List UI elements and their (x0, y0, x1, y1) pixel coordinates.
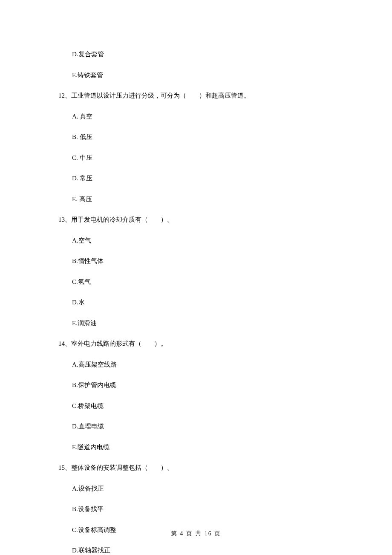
option-item: A.设备找正 (72, 484, 341, 494)
option-item: E.铸铁套管 (72, 70, 341, 80)
question-14: 14、室外电力线路的形式有（ ）。 (58, 339, 341, 349)
option-item: D.联轴器找正 (72, 546, 341, 555)
option-item: B.保护管内电缆 (72, 380, 341, 390)
question-15: 15、整体设备的安装调整包括（ ）。 (58, 463, 341, 473)
option-item: A.高压架空线路 (72, 360, 341, 370)
option-item: D.复合套管 (72, 49, 341, 59)
question-number: 13、 (58, 216, 71, 223)
option-item: C.氢气 (72, 277, 341, 287)
option-item: D. 常压 (72, 173, 341, 183)
option-item: D.直埋电缆 (72, 422, 341, 431)
option-item: C. 中压 (72, 153, 341, 163)
question-12: 12、工业管道以设计压力进行分级，可分为（ ）和超高压管道。 (58, 91, 341, 101)
option-item: B.设备找平 (72, 504, 341, 514)
question-number: 12、 (58, 92, 71, 99)
page-footer: 第 4 页 共 16 页 (0, 529, 392, 538)
option-item: A.空气 (72, 236, 341, 246)
question-number: 15、 (58, 464, 71, 471)
option-item: D.水 (72, 298, 341, 307)
question-text: 室外电力线路的形式有（ ）。 (71, 340, 167, 347)
option-item: C.桥架电缆 (72, 401, 341, 411)
option-item: A. 真空 (72, 112, 341, 121)
question-text: 工业管道以设计压力进行分级，可分为（ ）和超高压管道。 (71, 92, 250, 99)
option-item: B.惰性气体 (72, 256, 341, 266)
question-number: 14、 (58, 340, 71, 347)
question-text: 整体设备的安装调整包括（ ）。 (71, 464, 173, 471)
option-item: E.隧道内电缆 (72, 442, 341, 452)
question-text: 用于发电机的冷却介质有（ ）。 (71, 216, 173, 223)
option-item: E.润滑油 (72, 318, 341, 328)
document-content: D.复合套管 E.铸铁套管 12、工业管道以设计压力进行分级，可分为（ ）和超高… (0, 0, 392, 555)
option-item: B. 低压 (72, 132, 341, 142)
question-13: 13、用于发电机的冷却介质有（ ）。 (58, 215, 341, 225)
option-item: E. 高压 (72, 194, 341, 204)
page-number: 第 4 页 共 16 页 (171, 530, 222, 537)
